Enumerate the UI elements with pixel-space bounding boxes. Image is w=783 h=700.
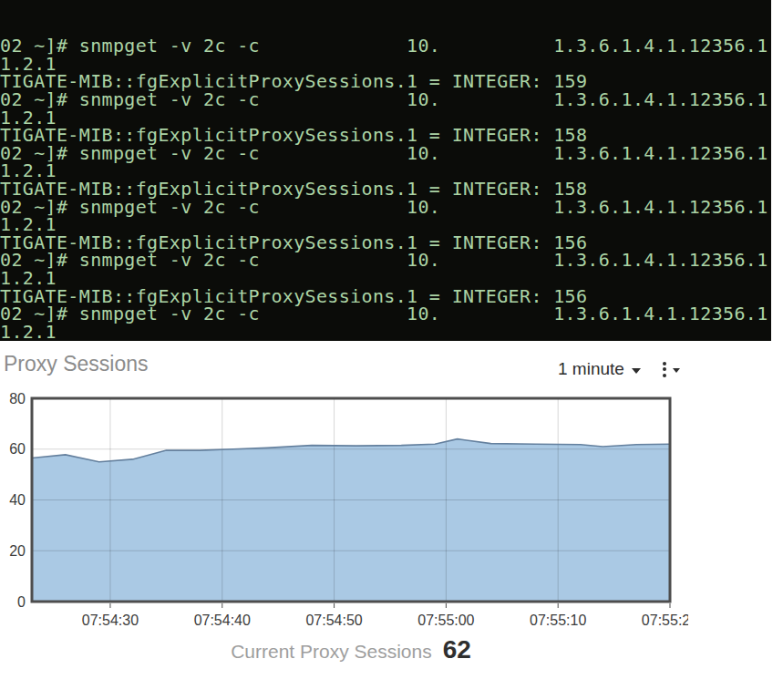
widget-controls: 1 minute [558,359,680,379]
kebab-vertical-icon [663,362,666,377]
svg-text:80: 80 [9,392,26,407]
svg-text:07:55:10: 07:55:10 [530,612,586,628]
terminal-line: 02 ~]# snmpget -v 2c -c 10. 1.3.6.1.4.1.… [0,199,771,217]
svg-text:07:55:00: 07:55:00 [417,612,474,628]
svg-text:0: 0 [17,594,26,610]
chevron-down-icon [673,368,680,373]
chevron-down-icon [632,368,641,374]
terminal-output: 02 ~]# snmpget -v 2c -c 10. 1.3.6.1.4.1.… [0,37,771,341]
terminal-line: 02 ~]# snmpget -v 2c -c 10. 1.3.6.1.4.1.… [0,145,771,163]
terminal-line: 02 ~]# snmpget -v 2c -c 10. 1.3.6.1.4.1.… [0,305,771,324]
svg-text:07:55:20: 07:55:20 [642,612,688,628]
widget-title: Proxy Sessions [4,352,149,376]
svg-text:07:54:50: 07:54:50 [305,612,362,628]
terminal-window[interactable]: 02 ~]# snmpget -v 2c -c 10. 1.3.6.1.4.1.… [0,0,771,341]
interval-dropdown[interactable]: 1 minute [558,359,641,379]
sessions-chart: 02040608007:54:3007:54:4007:54:5007:55:0… [0,392,688,636]
terminal-line: 02 ~]# snmpget -v 2c -c 10. 1.3.6.1.4.1.… [0,252,771,270]
svg-text:07:54:40: 07:54:40 [194,612,251,628]
widget-footer: Current Proxy Sessions 62 [32,635,670,664]
current-sessions-value: 62 [443,635,471,664]
current-sessions-label: Current Proxy Sessions [231,641,432,663]
terminal-line: 02 ~]# snmpget -v 2c -c 10. 1.3.6.1.4.1.… [0,37,771,56]
svg-text:60: 60 [9,441,26,457]
svg-text:40: 40 [9,492,26,508]
svg-text:07:54:30: 07:54:30 [82,612,139,628]
widget-menu-button[interactable] [663,362,680,377]
terminal-line: 02 ~]# snmpget -v 2c -c 10. 1.3.6.1.4.1.… [0,91,771,109]
svg-text:20: 20 [9,543,26,559]
interval-label: 1 minute [558,359,624,379]
